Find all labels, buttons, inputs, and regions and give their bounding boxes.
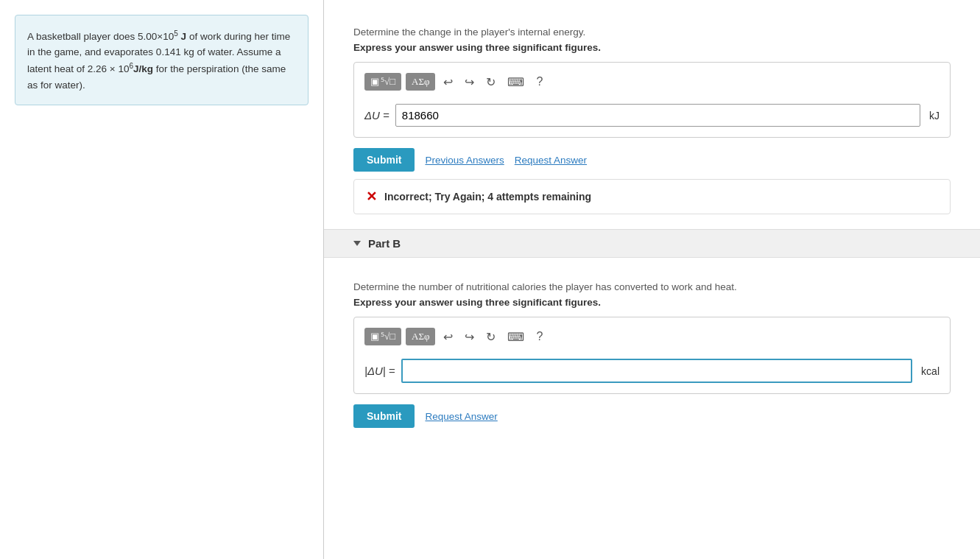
part-a-redo-button[interactable]: ↪ bbox=[461, 74, 478, 91]
part-b-refresh-button[interactable]: ↻ bbox=[482, 328, 499, 345]
redo-icon-b: ↪ bbox=[465, 331, 474, 343]
part-a-unit: kJ bbox=[929, 110, 940, 122]
part-a-request-answer-button[interactable]: Request Answer bbox=[515, 155, 587, 166]
template-icon-b: ▣ bbox=[370, 331, 379, 342]
part-a-undo-button[interactable]: ↩ bbox=[440, 74, 456, 91]
part-b-symbol-button[interactable]: ΑΣφ bbox=[406, 328, 435, 345]
part-a-bold-instruction: Express your answer using three signific… bbox=[353, 42, 951, 53]
help-icon-b: ? bbox=[536, 330, 543, 342]
part-b-toolbar: ▣ ⁵√□ ΑΣφ ↩ ↪ ↻ ⌨ bbox=[364, 328, 940, 351]
redo-icon: ↪ bbox=[465, 76, 474, 88]
template-icon: ▣ bbox=[370, 76, 379, 88]
part-a-template-button[interactable]: ▣ ⁵√□ bbox=[364, 73, 401, 91]
part-a-input-row: ΔU = kJ bbox=[364, 104, 940, 127]
part-a-error-box: ✕ Incorrect; Try Again; 4 attempts remai… bbox=[353, 179, 951, 214]
part-a-answer-box: ▣ ⁵√□ ΑΣφ ↩ ↪ ↻ ⌨ bbox=[353, 62, 951, 138]
part-a-help-button[interactable]: ? bbox=[532, 74, 546, 90]
part-b-label: Part B bbox=[368, 237, 401, 250]
part-b-redo-button[interactable]: ↪ bbox=[461, 328, 478, 345]
part-b-answer-input[interactable] bbox=[401, 359, 912, 383]
part-b-answer-box: ▣ ⁵√□ ΑΣφ ↩ ↪ ↻ ⌨ bbox=[353, 317, 951, 394]
part-a-instruction: Determine the change in the player's int… bbox=[353, 27, 951, 38]
keyboard-icon-b: ⌨ bbox=[507, 331, 524, 343]
sqrt-icon-b: ⁵√□ bbox=[381, 331, 395, 342]
sqrt-icon: ⁵√□ bbox=[381, 76, 395, 88]
keyboard-icon: ⌨ bbox=[507, 76, 524, 88]
part-a-keyboard-button[interactable]: ⌨ bbox=[504, 74, 528, 91]
undo-icon: ↩ bbox=[443, 76, 453, 88]
part-a-submit-row: Submit Previous Answers Request Answer bbox=[353, 148, 951, 172]
part-b-bold-instruction: Express your answer using three signific… bbox=[353, 297, 951, 308]
undo-icon-b: ↩ bbox=[443, 331, 453, 343]
problem-text: A basketball player does 5.00×105 J of w… bbox=[27, 31, 290, 91]
symbol-text-b: ΑΣφ bbox=[412, 331, 429, 342]
error-message: Incorrect; Try Again; 4 attempts remaini… bbox=[384, 191, 591, 203]
part-b-help-button[interactable]: ? bbox=[532, 328, 546, 345]
part-b-request-answer-button[interactable]: Request Answer bbox=[425, 411, 497, 422]
error-x-icon: ✕ bbox=[366, 189, 377, 205]
part-a-previous-answers-button[interactable]: Previous Answers bbox=[425, 155, 504, 166]
help-icon: ? bbox=[536, 75, 543, 88]
part-a-section: Determine the change in the player's int… bbox=[353, 27, 951, 214]
part-b-submit-row: Submit Request Answer bbox=[353, 404, 951, 428]
part-a-refresh-button[interactable]: ↻ bbox=[482, 74, 499, 91]
symbol-text: ΑΣφ bbox=[412, 76, 429, 88]
part-a-math-label: ΔU = bbox=[364, 109, 389, 122]
part-a-toolbar: ▣ ⁵√□ ΑΣφ ↩ ↪ ↻ ⌨ bbox=[364, 73, 940, 96]
problem-box: A basketball player does 5.00×105 J of w… bbox=[15, 15, 309, 105]
part-b-template-button[interactable]: ▣ ⁵√□ bbox=[364, 328, 401, 345]
left-panel: A basketball player does 5.00×105 J of w… bbox=[0, 0, 324, 559]
part-b-submit-button[interactable]: Submit bbox=[353, 404, 415, 428]
right-panel: Determine the change in the player's int… bbox=[324, 0, 980, 559]
part-b-header: Part B bbox=[324, 229, 980, 258]
part-b-unit: kcal bbox=[921, 365, 940, 377]
part-a-submit-button[interactable]: Submit bbox=[353, 148, 415, 172]
part-b-content: Determine the number of nutritional calo… bbox=[353, 258, 951, 428]
part-b-undo-button[interactable]: ↩ bbox=[440, 328, 456, 345]
refresh-icon-b: ↻ bbox=[486, 331, 496, 343]
part-b-math-label: |ΔU| = bbox=[364, 365, 395, 377]
part-b-instruction: Determine the number of nutritional calo… bbox=[353, 281, 951, 292]
part-a-answer-input[interactable] bbox=[395, 104, 920, 127]
refresh-icon: ↻ bbox=[486, 76, 496, 88]
part-b-input-row: |ΔU| = kcal bbox=[364, 359, 940, 383]
chevron-down-icon[interactable] bbox=[353, 241, 361, 246]
part-b-keyboard-button[interactable]: ⌨ bbox=[504, 328, 528, 345]
part-a-symbol-button[interactable]: ΑΣφ bbox=[406, 73, 435, 91]
